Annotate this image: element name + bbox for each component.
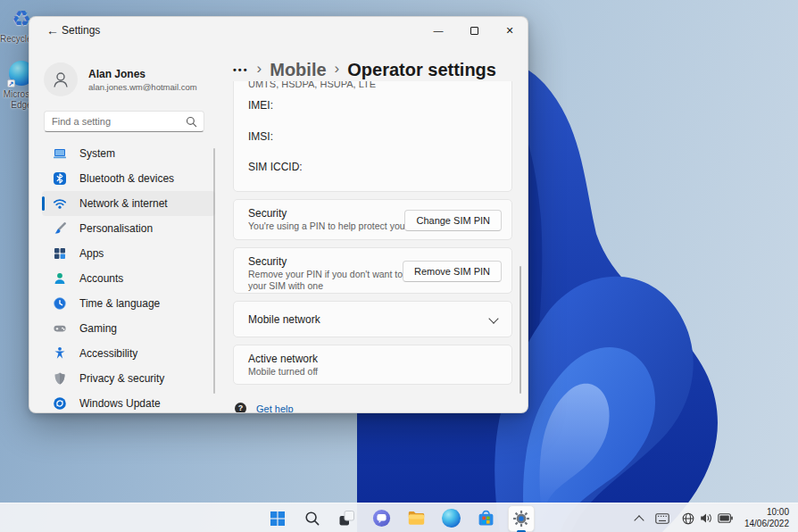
get-help-link[interactable]: ? Get help	[235, 403, 294, 413]
shield-icon	[53, 371, 67, 386]
search-input[interactable]	[52, 112, 186, 131]
sidebar-item-apps[interactable]: Apps	[42, 241, 215, 266]
settings-search	[44, 111, 204, 132]
system-tray: 10:00 14/06/2022	[631, 503, 793, 532]
chevron-down-icon	[488, 313, 498, 323]
sidebar-item-accounts[interactable]: Accounts	[42, 266, 215, 291]
apps-grid-icon	[53, 246, 67, 261]
chevron-right-icon: ›	[335, 60, 340, 80]
tray-status-group[interactable]	[677, 507, 737, 530]
close-button[interactable]: ✕	[492, 17, 528, 44]
device-info-card: UMTS, HSDPA, HSUPA, LTE IMEI: IMSI: SIM …	[233, 81, 512, 192]
edge-button[interactable]	[438, 505, 465, 532]
tray-chevron-button[interactable]	[631, 507, 647, 530]
profile-email: alan.jones.wm@hotmail.com	[88, 82, 197, 92]
sidebar-item-privacy-security[interactable]: Privacy & security	[42, 366, 215, 391]
search-icon	[304, 511, 320, 527]
mobile-network-expander[interactable]: Mobile network	[233, 301, 512, 337]
sidebar-item-label: Apps	[79, 247, 104, 260]
content-scrollbar[interactable]	[520, 266, 521, 394]
sidebar-item-label: System	[79, 147, 115, 160]
card-title: Security	[248, 255, 287, 268]
titlebar[interactable]: ← Settings — ✕	[29, 17, 528, 44]
search-button[interactable]	[299, 505, 326, 532]
taskbar: 10:00 14/06/2022	[0, 503, 798, 532]
minimize-button[interactable]: —	[420, 17, 456, 44]
taskbar-clock[interactable]: 10:00 14/06/2022	[741, 507, 793, 529]
sidebar-item-label: Accessibility	[79, 347, 137, 360]
task-view-icon	[338, 510, 355, 527]
clock-globe-icon	[53, 296, 67, 311]
get-help-label: Get help	[256, 403, 294, 414]
windows-logo-icon	[270, 511, 286, 527]
start-button[interactable]	[264, 505, 291, 532]
sidebar-item-accessibility[interactable]: Accessibility	[42, 341, 215, 366]
settings-window: ← Settings — ✕ Alan Jones alan.jones.wm@…	[29, 16, 528, 413]
sidebar-item-time-language[interactable]: Time & language	[42, 291, 215, 316]
card-title: Active network	[248, 353, 318, 365]
settings-content: UMTS, HSDPA, HSUPA, LTE IMEI: IMSI: SIM …	[233, 81, 512, 413]
sidebar-item-network-internet[interactable]: Network & internet	[42, 191, 215, 216]
imsi-label: IMSI:	[248, 130, 273, 143]
sidebar-item-label: Accounts	[79, 272, 123, 285]
card-title: Security	[248, 207, 287, 220]
sidebar-item-windows-update[interactable]: Windows Update	[42, 391, 215, 413]
keyboard-icon	[655, 513, 669, 524]
security-change-pin-card: Security You're using a PIN to help prot…	[233, 199, 512, 240]
active-network-card: Active network Mobile turned off	[233, 345, 512, 385]
search-icon	[186, 116, 197, 128]
bluetooth-icon	[53, 171, 67, 186]
sidebar-item-gaming[interactable]: Gaming	[42, 316, 215, 341]
accessibility-icon	[53, 346, 67, 361]
edge-icon	[442, 509, 461, 528]
file-explorer-button[interactable]	[403, 505, 430, 532]
sidebar-item-label: Windows Update	[79, 397, 161, 410]
shortcut-arrow-icon: ↗	[7, 79, 15, 87]
back-button[interactable]: ←	[42, 21, 63, 40]
chevron-up-icon	[634, 515, 644, 525]
breadcrumb-ellipsis-button[interactable]: •••	[233, 64, 249, 75]
system-icon	[53, 146, 67, 161]
tray-date: 14/06/2022	[744, 519, 789, 530]
card-title: Mobile network	[248, 313, 320, 326]
sidebar-item-label: Gaming	[79, 322, 117, 335]
sidebar-scrollbar[interactable]	[213, 148, 215, 394]
sidebar-item-label: Time & language	[79, 297, 160, 310]
touch-keyboard-button[interactable]	[651, 507, 674, 530]
network-types-value: UMTS, HSDPA, HSUPA, LTE	[248, 81, 376, 89]
screen: ♻ Recycle Bin ↗ Microsoft Edge ← Setting…	[0, 0, 798, 532]
card-subtitle: Mobile turned off	[248, 366, 453, 378]
maximize-icon	[470, 27, 478, 35]
sidebar-item-label: Network & internet	[79, 197, 168, 210]
sidebar-item-system[interactable]: System	[42, 141, 215, 166]
sim-iccid-label: SIM ICCID:	[248, 161, 303, 173]
page-title: Operator settings	[347, 60, 496, 80]
chevron-right-icon: ›	[257, 60, 262, 80]
gamepad-icon	[53, 321, 67, 336]
battery-icon	[718, 513, 733, 523]
sidebar-item-personalisation[interactable]: Personalisation	[42, 216, 215, 241]
remove-sim-pin-button[interactable]: Remove SIM PIN	[403, 261, 502, 282]
avatar	[44, 62, 78, 96]
imei-label: IMEI:	[248, 99, 273, 112]
gear-icon	[512, 510, 530, 528]
volume-icon	[700, 512, 712, 524]
breadcrumb: ••• › Mobile › Operator settings	[233, 56, 496, 83]
chat-icon	[372, 509, 391, 528]
task-view-button[interactable]	[334, 505, 361, 532]
account-profile[interactable]: Alan Jones alan.jones.wm@hotmail.com	[44, 60, 219, 99]
change-sim-pin-button[interactable]: Change SIM PIN	[404, 210, 502, 231]
store-button[interactable]	[473, 505, 500, 532]
store-icon	[477, 509, 495, 528]
breadcrumb-parent[interactable]: Mobile	[270, 60, 326, 80]
maximize-button[interactable]	[456, 17, 492, 44]
tray-time: 10:00	[744, 507, 789, 519]
sidebar-item-bluetooth-devices[interactable]: Bluetooth & devices	[42, 166, 215, 191]
window-title: Settings	[62, 17, 100, 44]
sidebar-item-label: Bluetooth & devices	[79, 172, 174, 185]
update-icon	[53, 396, 67, 411]
help-question-icon: ?	[235, 403, 246, 413]
chat-button[interactable]	[369, 505, 395, 532]
network-globe-icon	[682, 512, 694, 525]
settings-button[interactable]	[508, 505, 535, 532]
